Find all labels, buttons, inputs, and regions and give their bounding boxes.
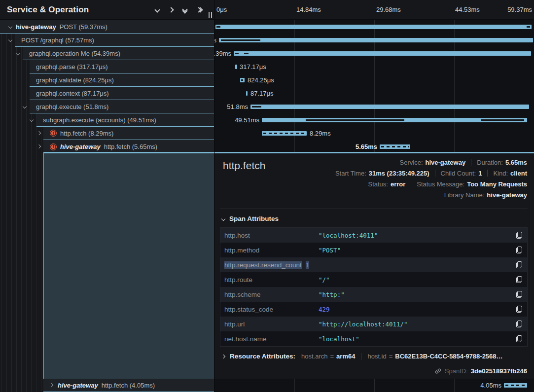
span-label: graphql.validate (824.25μs) [36,76,114,84]
attribute-value: "/" [319,276,330,284]
tick-label: 29.68ms [376,6,401,13]
span-row-graphql-execute[interactable]: graphql.execute (51.8ms) [0,100,214,113]
span-id-row[interactable]: SpanID: 3de02518937fb246 [434,367,527,375]
bar-mark [381,146,409,147]
span-bar[interactable] [246,91,248,96]
span-row-http-fetch-5ms-selected[interactable]: ! hive-gateway http.fetch (5.65ms) [0,140,214,153]
copy-icon [516,276,522,283]
span-row-graphql-validate[interactable]: graphql.validate (824.25μs) [0,73,214,87]
bar-duration-label: 317.17μs [240,63,266,71]
attribute-value: "POST" [319,247,341,254]
span-row-subgraph-execute[interactable]: subgraph.execute (accounts) (49.51ms) [0,113,214,127]
copy-button[interactable] [516,335,522,342]
attribute-row: http.route "/" [220,272,527,287]
copy-button[interactable] [516,247,522,253]
attribute-value: "http:" [319,291,345,298]
span-row-hive-gateway-post[interactable]: hive-gateway POST (59.37ms) [0,20,214,34]
span-row-graphql-parse[interactable]: graphql.parse (317.17μs) [0,60,214,73]
expand-all-icon[interactable] [197,8,202,12]
service-label: Service: [400,159,423,166]
collapse-one-icon[interactable] [154,7,160,12]
span-bar[interactable] [234,51,531,56]
status-value: error [391,180,405,188]
copy-icon [516,247,522,253]
span-label: POST (59.37ms) [60,23,107,31]
attribute-key: http.status_code [224,306,319,313]
resource-separator [361,353,361,360]
span-attributes-header[interactable]: Span Attributes [222,215,279,222]
timeline-row: 54.39ms [214,47,534,60]
bar-mark [244,53,249,54]
attribute-value: "http://localhost:4011/" [319,321,408,328]
attribute-key: http.route [224,276,319,284]
attribute-value: "localhost" [319,335,359,343]
span-bar[interactable] [380,144,410,149]
child-count-value: 1 [478,170,482,177]
span-bar[interactable] [250,105,529,109]
expander-icon[interactable] [16,51,20,55]
span-row-post-graphql[interactable]: POST /graphql (57.57ms) [0,34,214,47]
span-bar[interactable] [504,383,527,388]
timeline-row: 4.05ms [214,379,534,392]
copy-icon [516,261,522,268]
attribute-row: http.request.resend_count 1 [220,257,527,272]
timeline-row: 51.8ms [214,100,534,113]
detail-divider [220,209,528,209]
attribute-key: http.scheme [224,291,319,298]
attribute-key-selected: http.request.resend_count [224,261,302,269]
span-label: graphql.context (87.17μs) [36,90,109,97]
span-id-value: 3de02518937fb246 [471,367,527,375]
meta-separator [411,180,411,187]
meta-separator [435,170,435,177]
span-row-graphql-operation[interactable]: graphql.operation Me (54.39ms) [0,47,214,60]
copy-button[interactable] [516,261,522,268]
bar-duration-label: 4.05ms [472,382,501,390]
copy-button[interactable] [516,321,522,327]
error-icon: ! [50,130,57,137]
span-bar[interactable] [219,38,533,42]
expander-icon[interactable] [49,383,53,387]
expander-icon[interactable] [30,118,34,122]
error-icon: ! [50,143,57,150]
span-detail-title: http.fetch [223,160,265,172]
service-name: hive-gateway [60,143,101,150]
expand-one-icon[interactable] [168,7,174,12]
copy-button[interactable] [516,276,522,283]
status-message-label: Status Message: [417,180,464,188]
copy-button[interactable] [516,291,522,298]
bar-mark [527,26,530,28]
resource-attributes-title: Resource Attributes: [230,353,295,360]
service-operation-panel: hive-gateway POST (59.37ms) POST /graphq… [0,0,214,392]
copy-button[interactable] [516,232,522,239]
span-row-http-fetch-8ms[interactable]: ! http.fetch (8.29ms) [0,127,214,140]
attribute-value: 429 [319,306,330,313]
collapse-all-icon[interactable] [183,7,187,13]
panel-resize-handle[interactable] [209,12,212,18]
span-bar[interactable] [262,131,307,136]
expander-icon[interactable] [8,38,12,42]
panel-title: Service & Operation [7,5,89,15]
service-value: hive-gateway [426,159,466,166]
span-label: POST /graphql (57.57ms) [21,36,94,44]
span-row-http-fetch-4ms[interactable]: hive-gateway http.fetch (4.05ms) [0,379,214,392]
bar-mark [263,133,305,134]
span-bar[interactable] [215,25,532,29]
expander-icon[interactable] [8,25,12,29]
expander-icon[interactable] [37,131,41,135]
span-row-graphql-context[interactable]: graphql.context (87.17μs) [0,87,214,100]
span-label: subgraph.execute (accounts) (49.51ms) [43,116,156,124]
duration-label: Duration: [477,159,503,166]
copy-button[interactable] [516,306,522,313]
bar-duration-label: 54.39ms [214,50,231,58]
expander-icon[interactable] [37,144,41,148]
span-bar[interactable] [235,65,237,69]
equals-sign: = [330,353,334,360]
library-name-label: Library Name: [444,191,485,199]
copy-icon [516,306,522,313]
expander-icon[interactable] [23,105,27,108]
resource-attributes-row[interactable]: Resource Attributes: host.arch = arm64 h… [222,353,527,360]
span-meta: Service: hive-gateway Duration: 5.65ms S… [335,157,527,200]
span-label: http.fetch (8.29ms) [60,130,113,137]
timeline-row-selected: 5.65ms [214,140,534,153]
span-label: graphql.parse (317.17μs) [36,63,108,71]
